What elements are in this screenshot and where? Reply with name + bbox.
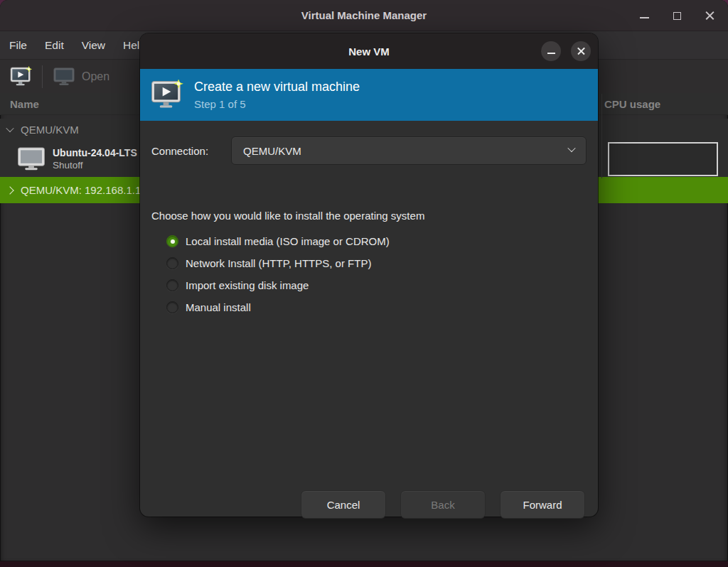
column-header-name[interactable]: Name [0,98,39,110]
cancel-button[interactable]: Cancel [301,490,386,519]
radio-option-0[interactable]: Local install media (ISO image or CDROM) [166,230,587,252]
window-controls [638,0,715,31]
main-titlebar: Virtual Machine Manager [0,0,728,31]
new-vm-icon [151,80,184,110]
minimize-icon [547,53,555,54]
menu-view[interactable]: View [82,39,105,52]
close-icon [705,11,714,21]
radio-option-label: Import existing disk image [186,279,309,291]
wizard-header-text: Create a new virtual machine Step 1 of 5 [194,78,360,112]
toolbar-separator [42,65,43,88]
radio-option-1[interactable]: Network Install (HTTP, HTTPS, or FTP) [166,252,587,274]
dialog-close-button[interactable] [571,41,591,61]
monitor-icon [53,68,75,85]
install-options: Local install media (ISO image or CDROM)… [166,230,587,318]
radio-option-label: Local install media (ISO image or CDROM) [186,235,390,247]
column-header-cpu-usage[interactable]: CPU usage [604,98,660,110]
connection-dropdown[interactable]: QEMU/KVM [231,136,587,165]
new-vm-button[interactable] [10,66,33,87]
radio-icon[interactable] [166,235,178,247]
dialog-body: Connection: QEMU/KVM Choose how you woul… [140,136,598,532]
desktop-edge [0,561,728,567]
connection-label: QEMU/KVM [21,124,79,136]
radio-option-label: Manual install [186,301,251,313]
minimize-button[interactable] [638,10,650,21]
connection-dropdown-value: QEMU/KVM [243,145,301,157]
dialog-title: New VM [348,45,390,58]
dialog-minimize-button[interactable] [541,41,561,61]
radio-option-3[interactable]: Manual install [166,296,587,318]
menu-edit[interactable]: Edit [45,39,64,52]
dialog-window-controls [541,41,591,61]
wizard-title: Create a new virtual machine [194,78,360,95]
cpu-usage-sparkline [608,142,718,176]
radio-icon[interactable] [166,257,178,269]
back-button[interactable]: Back [400,490,486,519]
open-button[interactable]: Open [53,68,109,85]
radio-option-label: Network Install (HTTP, HTTPS, or FTP) [186,257,371,269]
forward-button[interactable]: Forward [500,490,585,519]
minimize-icon [640,17,649,18]
chevron-down-icon[interactable] [6,124,14,132]
wizard-header: Create a new virtual machine Step 1 of 5 [140,69,598,121]
connection-row: Connection: QEMU/KVM [151,136,587,165]
chevron-down-icon [567,144,575,152]
vm-name: Ubuntu-24.04-LTS [53,146,137,159]
close-icon [577,48,585,55]
menu-file[interactable]: File [9,39,27,52]
chevron-right-icon[interactable] [6,186,14,194]
dialog-titlebar: New VM [140,33,598,69]
vm-status: Shutoff [53,159,137,171]
dialog-buttons: Cancel Back Forward [301,490,585,519]
radio-option-2[interactable]: Import existing disk image [166,274,587,296]
new-vm-dialog: New VM Create a new virtual machine Step… [140,33,598,517]
radio-icon[interactable] [166,279,178,291]
install-method-prompt: Choose how you would like to install the… [151,210,587,222]
vm-monitor-icon [17,147,46,171]
new-vm-icon [10,66,33,87]
radio-icon[interactable] [166,301,178,313]
maximize-icon [673,12,681,20]
remote-connection-label: QEMU/KVM: 192.168.1.1 [21,184,141,196]
vm-text: Ubuntu-24.04-LTS Shutoff [53,146,137,171]
close-button[interactable] [704,10,715,21]
wizard-step: Step 1 of 5 [194,97,360,112]
column-divider [601,94,602,178]
maximize-button[interactable] [671,10,682,21]
open-button-label: Open [82,70,109,83]
connection-field-label: Connection: [151,145,231,157]
window-title: Virtual Machine Manager [301,9,427,21]
